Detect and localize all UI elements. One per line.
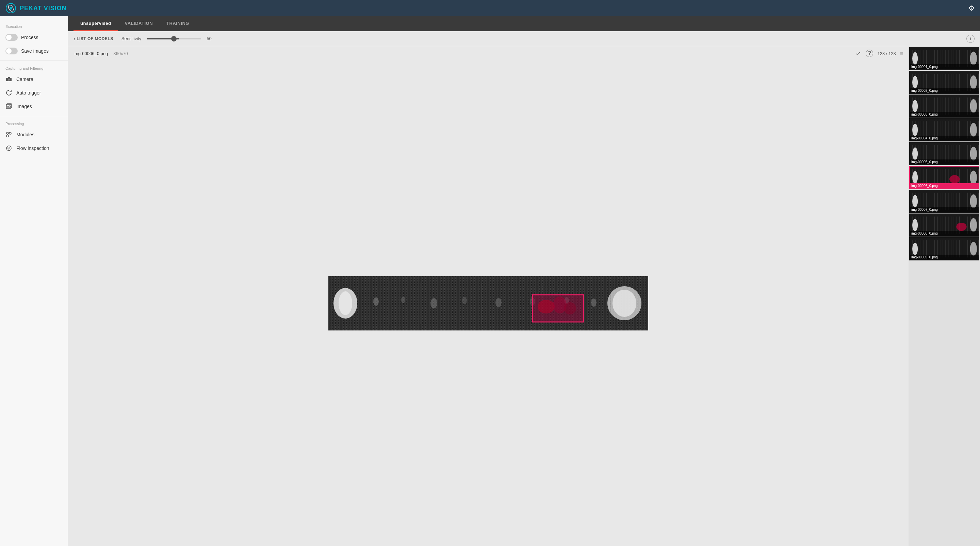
thumbnail-item[interactable]: img-00005_0.png (909, 142, 979, 165)
svg-point-10 (6, 135, 8, 137)
info-button[interactable]: i (966, 35, 975, 43)
execution-section-label: Execution (0, 22, 68, 30)
thumbnail-label: img-00008_0.png (910, 231, 978, 236)
auto-trigger-icon (5, 89, 12, 96)
svg-rect-5 (8, 77, 10, 78)
thumbnail-item[interactable]: img-00004_0.png (909, 118, 979, 141)
fabric-texture-svg: // This won't execute in SVG context, we… (328, 276, 648, 330)
svg-point-236 (950, 175, 959, 183)
logo-icon (5, 3, 16, 14)
image-canvas-area: // This won't execute in SVG context, we… (68, 60, 908, 546)
svg-point-264 (970, 194, 977, 208)
svg-point-27 (401, 297, 405, 303)
svg-point-26 (373, 297, 379, 306)
save-images-toggle-row: Save images (0, 44, 68, 58)
svg-point-25 (612, 290, 636, 317)
svg-point-94 (912, 52, 918, 65)
auto-trigger-label: Auto trigger (16, 90, 41, 95)
toolbar: ‹ LIST OF MODELS Sensitivity 50 i (68, 31, 980, 46)
svg-point-33 (591, 298, 597, 307)
svg-point-28 (430, 298, 437, 308)
svg-point-179 (970, 123, 977, 136)
sidebar-item-camera[interactable]: Camera (0, 72, 68, 86)
thumbnail-item[interactable]: img-00008_0.png (909, 214, 979, 236)
thumbnail-label: img-00007_0.png (910, 207, 978, 212)
thumbnail-item[interactable]: img-00001_0.png (909, 47, 979, 70)
svg-point-30 (495, 298, 501, 307)
back-arrow-icon: ‹ (73, 36, 75, 41)
svg-point-292 (970, 218, 977, 232)
logo-text: PEKAT VISION (20, 5, 67, 12)
sidebar-item-flow-inspection[interactable]: Flow inspection (0, 141, 68, 155)
modules-label: Modules (16, 132, 34, 137)
svg-point-178 (912, 124, 918, 136)
sidebar-item-modules[interactable]: Modules (0, 128, 68, 141)
logo: PEKAT VISION (5, 3, 67, 14)
thumbnail-item[interactable]: img-00002_0.png (909, 71, 979, 94)
sidebar-item-auto-trigger[interactable]: Auto trigger (0, 86, 68, 100)
fullscreen-button[interactable]: ⤢ (855, 49, 862, 58)
svg-point-8 (6, 132, 8, 134)
svg-point-321 (970, 242, 977, 256)
svg-point-234 (912, 171, 918, 184)
image-counter: 123 / 123 (877, 51, 896, 56)
svg-point-4 (8, 79, 10, 81)
image-header-actions: ⤢ ? 123 / 123 ≡ (855, 49, 903, 58)
svg-point-206 (912, 148, 918, 160)
thumbnail-item[interactable]: img-00007_0.png (909, 190, 979, 213)
settings-button[interactable]: ⚙ (969, 4, 975, 12)
process-toggle-row: Process (0, 30, 68, 44)
app-header: PEKAT VISION ⚙ (0, 0, 980, 16)
svg-point-320 (912, 243, 918, 255)
thumbnail-item[interactable]: img-00006_0.png (909, 166, 979, 189)
thumbnail-item[interactable]: img-00003_0.png (909, 95, 979, 117)
help-button[interactable]: ? (865, 50, 873, 57)
camera-icon (5, 76, 12, 83)
thumbnail-label: img-00003_0.png (910, 112, 978, 117)
capturing-section-label: Capturing and Filtering (0, 63, 68, 72)
image-view: img-00006_0.png 360x70 ⤢ ? 123 / 123 ≡ (68, 46, 980, 546)
svg-point-9 (9, 132, 11, 134)
svg-point-67 (564, 302, 576, 314)
svg-point-151 (970, 99, 977, 113)
sidebar-item-images[interactable]: Images (0, 100, 68, 113)
svg-point-23 (339, 291, 352, 315)
filter-button[interactable]: ≡ (900, 50, 903, 56)
save-images-toggle[interactable] (5, 48, 18, 54)
svg-point-207 (970, 147, 977, 160)
camera-label: Camera (16, 76, 33, 82)
sensitivity-slider[interactable] (147, 38, 201, 40)
tabs-bar: unsupervised VALIDATION TRAINING (68, 16, 980, 31)
svg-point-123 (970, 76, 977, 89)
tab-validation[interactable]: VALIDATION (118, 16, 160, 31)
svg-point-29 (462, 297, 467, 304)
thumbnail-item[interactable]: img-00009_0.png (909, 237, 979, 260)
thumbnail-sidebar: img-00001_0.pngimg-00002_0.pngimg-00003_… (908, 46, 980, 546)
content-area: unsupervised VALIDATION TRAINING ‹ LIST … (68, 16, 980, 546)
logo-vision: VISION (44, 5, 67, 11)
sensitivity-label: Sensitivity (121, 36, 142, 41)
tab-unsupervised[interactable]: unsupervised (73, 16, 118, 31)
main-layout: Execution Process Save images Capturing … (0, 16, 980, 546)
process-toggle[interactable] (5, 34, 18, 41)
svg-point-291 (912, 219, 918, 231)
image-dimensions: 360x70 (113, 51, 128, 56)
process-label: Process (21, 35, 38, 40)
flow-inspection-icon (5, 145, 12, 152)
thumbnail-label: img-00006_0.png (910, 183, 978, 188)
back-button[interactable]: ‹ LIST OF MODELS (73, 36, 113, 41)
images-label: Images (16, 104, 32, 109)
svg-point-122 (912, 76, 918, 88)
thumbnail-label: img-00004_0.png (910, 136, 978, 141)
svg-point-65 (538, 300, 555, 313)
thumbnail-label: img-00005_0.png (910, 159, 978, 165)
tab-training[interactable]: TRAINING (159, 16, 196, 31)
image-header: img-00006_0.png 360x70 ⤢ ? 123 / 123 ≡ (68, 46, 908, 60)
flow-inspection-label: Flow inspection (16, 146, 49, 151)
svg-point-235 (970, 171, 977, 184)
logo-pekat: PEKAT (20, 5, 42, 11)
thumbnail-label: img-00009_0.png (910, 255, 978, 260)
svg-point-95 (970, 52, 977, 65)
sidebar-divider-2 (0, 116, 68, 116)
fabric-image: // This won't execute in SVG context, we… (328, 276, 648, 330)
